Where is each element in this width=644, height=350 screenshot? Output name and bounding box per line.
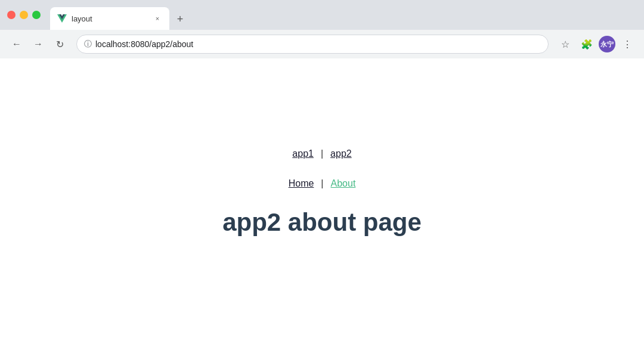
address-text: localhost:8080/app2/about — [95, 39, 541, 49]
active-tab[interactable]: layout × — [50, 7, 169, 30]
page-nav-separator: | — [321, 178, 323, 189]
menu-button[interactable]: ⋮ — [618, 35, 637, 54]
maximize-button[interactable] — [32, 11, 41, 19]
nav-actions: ☆ 🧩 永宁 ⋮ — [556, 35, 637, 54]
app-nav-separator: | — [321, 148, 323, 159]
title-bar: layout × + — [0, 0, 644, 30]
page-nav: Home | About — [289, 178, 356, 189]
close-button[interactable] — [7, 11, 16, 19]
bookmark-button[interactable]: ☆ — [556, 35, 575, 54]
forward-button[interactable]: → — [29, 35, 48, 54]
forward-icon: → — [33, 39, 43, 49]
home-link[interactable]: Home — [289, 178, 314, 189]
tab-title: layout — [72, 14, 148, 23]
tab-favicon — [57, 14, 67, 23]
avatar[interactable]: 永宁 — [599, 36, 615, 52]
traffic-lights — [7, 11, 41, 19]
bookmark-icon: ☆ — [561, 39, 569, 50]
extensions-button[interactable]: 🧩 — [577, 35, 596, 54]
reload-button[interactable]: ↻ — [50, 35, 69, 54]
menu-icon: ⋮ — [623, 39, 632, 50]
app-nav: app1 | app2 — [292, 148, 351, 159]
extensions-icon: 🧩 — [581, 39, 593, 50]
page-heading: app2 about page — [222, 208, 422, 237]
info-icon: ⓘ — [84, 39, 92, 49]
nav-bar: ← → ↻ ⓘ localhost:8080/app2/about ☆ 🧩 永宁… — [0, 30, 644, 58]
app2-link[interactable]: app2 — [330, 148, 352, 159]
minimize-button[interactable] — [20, 11, 28, 19]
back-icon: ← — [12, 39, 21, 49]
reload-icon: ↻ — [56, 39, 64, 50]
page-content: app1 | app2 Home | About app2 about page — [0, 58, 644, 350]
back-button[interactable]: ← — [7, 35, 26, 54]
app1-link[interactable]: app1 — [292, 148, 314, 159]
new-tab-button[interactable]: + — [172, 11, 188, 27]
tab-bar: layout × + — [50, 0, 637, 30]
address-bar[interactable]: ⓘ localhost:8080/app2/about — [76, 35, 549, 54]
tab-close-button[interactable]: × — [153, 14, 162, 23]
about-link[interactable]: About — [331, 178, 356, 189]
